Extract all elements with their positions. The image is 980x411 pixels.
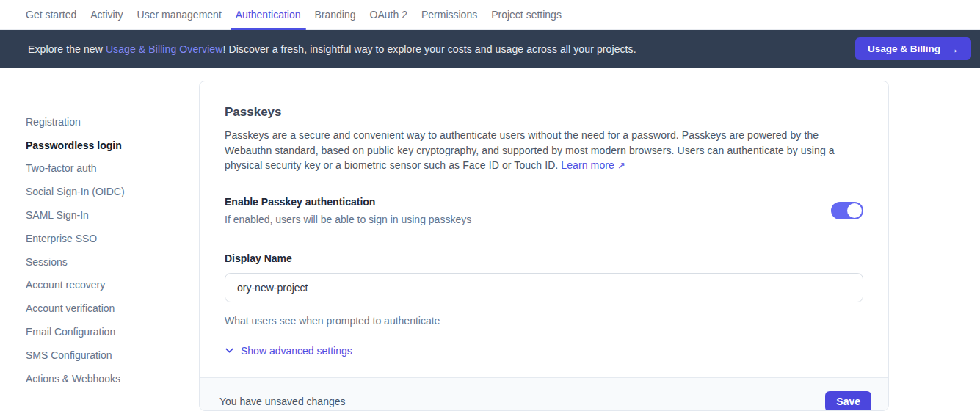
sidebar-item-two-factor-auth[interactable]: Two-factor auth — [26, 157, 187, 181]
tab-branding[interactable]: Branding — [315, 0, 356, 29]
display-name-field: Display Name What users see when prompte… — [225, 251, 863, 329]
enable-passkey-texts: Enable Passkey authentication If enabled… — [225, 194, 471, 228]
enable-passkey-toggle[interactable] — [831, 202, 863, 219]
sidebar-item-account-verification[interactable]: Account verification — [26, 297, 187, 320]
chevron-down-icon — [225, 346, 234, 355]
tab-activity[interactable]: Activity — [90, 0, 123, 29]
sidebar-item-enterprise-sso[interactable]: Enterprise SSO — [26, 227, 187, 250]
banner-text-after: ! Discover a fresh, insightful way to ex… — [222, 43, 636, 55]
page: Get started Activity User management Aut… — [0, 0, 980, 411]
sidebar-item-saml-sign-in[interactable]: SAML Sign-In — [26, 203, 187, 227]
enable-passkey-label: Enable Passkey authentication — [225, 194, 471, 210]
sidebar-item-account-recovery[interactable]: Account recovery — [26, 274, 187, 297]
top-navigation: Get started Activity User management Aut… — [0, 0, 980, 30]
sidebar-item-passwordless-login[interactable]: Passwordless login — [26, 134, 187, 157]
sidebar-item-actions-webhooks[interactable]: Actions & Webhooks — [26, 367, 187, 390]
display-name-input[interactable] — [225, 273, 863, 302]
content-area: Registration Passwordless login Two-fact… — [0, 68, 980, 411]
sidebar-item-sms-configuration[interactable]: SMS Configuration — [26, 343, 187, 367]
sidebar-item-email-configuration[interactable]: Email Configuration — [26, 320, 187, 343]
show-advanced-settings-label: Show advanced settings — [241, 345, 352, 357]
display-name-helper: What users see when prompted to authenti… — [225, 313, 863, 329]
passkeys-description: Passkeys are a secure and convenient way… — [225, 128, 863, 174]
display-name-label: Display Name — [225, 251, 863, 266]
unsaved-changes-bar: You have unsaved changes Save — [200, 377, 888, 411]
toggle-knob — [847, 203, 862, 218]
usage-billing-button-label: Usage & Billing — [868, 43, 940, 54]
sidebar-item-sessions[interactable]: Sessions — [26, 250, 187, 274]
banner-message: Explore the new Usage & Billing Overview… — [28, 43, 855, 55]
show-advanced-settings[interactable]: Show advanced settings — [225, 345, 352, 357]
enable-passkey-description: If enabled, users will be able to sign i… — [225, 212, 471, 228]
save-button[interactable]: Save — [825, 391, 871, 411]
usage-billing-banner: Explore the new Usage & Billing Overview… — [0, 30, 980, 68]
tab-permissions[interactable]: Permissions — [421, 0, 477, 29]
banner-text-before: Explore the new — [28, 43, 106, 55]
arrow-right-icon: → — [948, 43, 959, 55]
tab-get-started[interactable]: Get started — [26, 0, 76, 29]
sidebar-item-registration[interactable]: Registration — [26, 110, 187, 134]
enable-passkey-row: Enable Passkey authentication If enabled… — [225, 194, 863, 228]
tab-oauth2[interactable]: OAuth 2 — [370, 0, 407, 29]
learn-more-link[interactable]: Learn more ↗ — [561, 159, 625, 171]
usage-billing-button[interactable]: Usage & Billing → — [855, 37, 971, 60]
unsaved-changes-text: You have unsaved changes — [219, 396, 346, 407]
passkeys-card-body: Passkeys Passkeys are a secure and conve… — [200, 81, 888, 357]
passkeys-settings-card: Passkeys Passkeys are a secure and conve… — [199, 81, 889, 411]
page-title: Passkeys — [225, 103, 863, 121]
tab-authentication[interactable]: Authentication — [236, 0, 301, 29]
learn-more-label: Learn more — [561, 159, 614, 171]
external-link-icon: ↗ — [617, 160, 625, 171]
sidebar-item-social-sign-in[interactable]: Social Sign-In (OIDC) — [26, 180, 187, 203]
settings-sidebar: Registration Passwordless login Two-fact… — [26, 110, 187, 390]
passkeys-description-text: Passkeys are a secure and convenient way… — [225, 129, 835, 171]
tab-user-management[interactable]: User management — [137, 0, 222, 29]
usage-billing-overview-link[interactable]: Usage & Billing Overview — [106, 43, 223, 55]
tab-project-settings[interactable]: Project settings — [491, 0, 562, 29]
